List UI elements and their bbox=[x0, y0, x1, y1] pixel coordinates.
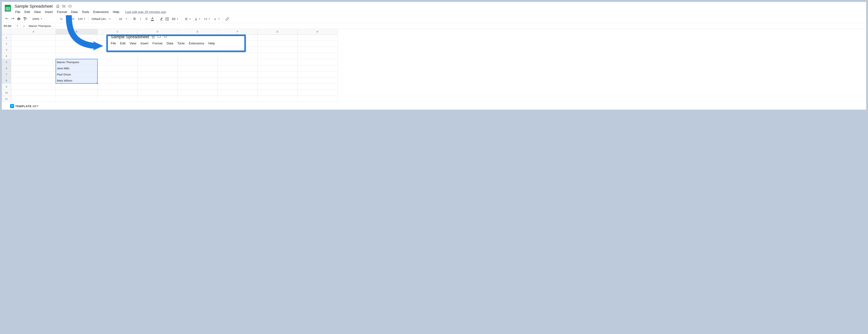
col-header-d[interactable]: D bbox=[137, 29, 178, 35]
number-format-dropdown[interactable]: 123▼ bbox=[76, 17, 87, 21]
cell-b6[interactable]: Jane Mills bbox=[56, 65, 98, 71]
cell[interactable] bbox=[178, 96, 218, 102]
row-header[interactable]: 9 bbox=[2, 84, 11, 90]
menu-insert[interactable]: Insert bbox=[43, 9, 55, 15]
formula-input[interactable]: Marvin Thompson bbox=[28, 24, 866, 28]
cell-b8[interactable]: Mary Wilson bbox=[56, 77, 98, 84]
cell[interactable] bbox=[11, 65, 56, 71]
zoom-dropdown[interactable]: 100%▼ bbox=[31, 17, 44, 21]
cell[interactable] bbox=[257, 41, 298, 47]
cell[interactable] bbox=[178, 77, 218, 84]
cell[interactable] bbox=[298, 96, 338, 102]
star-icon[interactable] bbox=[56, 4, 60, 8]
cell[interactable] bbox=[178, 84, 218, 90]
decrease-decimal-button[interactable]: .0↓ bbox=[64, 16, 70, 22]
row-header[interactable]: 3 bbox=[2, 47, 11, 53]
sheets-logo-icon[interactable] bbox=[4, 4, 11, 12]
menu-help[interactable]: Help bbox=[111, 9, 121, 15]
row-header[interactable]: 7 bbox=[2, 71, 11, 77]
cell[interactable] bbox=[11, 90, 56, 96]
cell[interactable] bbox=[98, 77, 137, 84]
cell[interactable] bbox=[56, 47, 98, 53]
cell[interactable] bbox=[137, 65, 178, 71]
cell[interactable] bbox=[56, 53, 98, 59]
cell[interactable] bbox=[257, 71, 298, 77]
cell[interactable] bbox=[98, 59, 137, 65]
col-header-c[interactable]: C bbox=[98, 29, 137, 35]
cell[interactable] bbox=[257, 65, 298, 71]
cell[interactable] bbox=[178, 65, 218, 71]
cell[interactable] bbox=[298, 65, 338, 71]
menu-format[interactable]: Format bbox=[55, 9, 69, 15]
row-header[interactable]: 4 bbox=[2, 53, 11, 59]
paint-format-icon[interactable] bbox=[22, 16, 28, 22]
name-box[interactable]: B5:B8▼ bbox=[2, 23, 21, 29]
fill-color-button[interactable] bbox=[158, 16, 164, 22]
cell[interactable] bbox=[11, 47, 56, 53]
cell[interactable] bbox=[56, 41, 98, 47]
col-header-f[interactable]: F bbox=[218, 29, 257, 35]
row-header[interactable]: 5 bbox=[2, 59, 11, 65]
row-header[interactable]: 6 bbox=[2, 65, 11, 71]
cell[interactable] bbox=[257, 90, 298, 96]
redo-icon[interactable] bbox=[10, 16, 16, 22]
cloud-icon[interactable] bbox=[68, 4, 72, 8]
menu-data[interactable]: Data bbox=[69, 9, 80, 15]
cell[interactable] bbox=[257, 77, 298, 84]
menu-tools[interactable]: Tools bbox=[80, 9, 91, 15]
halign-dropdown[interactable]: ▼ bbox=[183, 17, 192, 21]
cell[interactable] bbox=[98, 53, 137, 59]
cell[interactable] bbox=[218, 96, 257, 102]
row-header[interactable]: 11 bbox=[2, 96, 11, 102]
select-all-corner[interactable] bbox=[2, 29, 11, 35]
cell[interactable] bbox=[298, 71, 338, 77]
wrap-dropdown[interactable]: ▼ bbox=[203, 17, 212, 21]
cell[interactable] bbox=[257, 59, 298, 65]
cell[interactable] bbox=[11, 41, 56, 47]
cell[interactable] bbox=[218, 71, 257, 77]
valign-dropdown[interactable]: ▼ bbox=[193, 17, 202, 21]
cell-b5[interactable]: Marvin Thompson bbox=[56, 59, 98, 65]
undo-icon[interactable] bbox=[4, 16, 10, 22]
cell[interactable] bbox=[137, 71, 178, 77]
percent-format-button[interactable]: % bbox=[58, 16, 64, 22]
col-header-a[interactable]: A bbox=[11, 29, 56, 35]
merge-dropdown[interactable]: ▼ bbox=[170, 17, 180, 21]
cell[interactable] bbox=[11, 59, 56, 65]
cell[interactable] bbox=[137, 84, 178, 90]
cell-b7[interactable]: Paul Orson bbox=[56, 71, 98, 77]
cell[interactable] bbox=[178, 71, 218, 77]
row-header[interactable]: 8 bbox=[2, 77, 11, 84]
cell[interactable] bbox=[11, 96, 56, 102]
font-dropdown[interactable]: Default (Ari...▼ bbox=[90, 17, 114, 21]
col-header-b[interactable]: B bbox=[56, 29, 98, 35]
cell[interactable] bbox=[178, 59, 218, 65]
borders-button[interactable] bbox=[164, 16, 170, 22]
cell[interactable] bbox=[298, 84, 338, 90]
cell[interactable] bbox=[257, 53, 298, 59]
last-edit-link[interactable]: Last edit was 29 minutes ago bbox=[125, 10, 166, 14]
cell[interactable] bbox=[137, 53, 178, 59]
cell[interactable] bbox=[11, 84, 56, 90]
cell[interactable] bbox=[11, 53, 56, 59]
link-icon[interactable] bbox=[224, 16, 230, 22]
cell[interactable] bbox=[257, 96, 298, 102]
rotate-dropdown[interactable]: A▼ bbox=[212, 17, 221, 21]
cell[interactable] bbox=[298, 41, 338, 47]
bold-button[interactable]: B bbox=[132, 16, 137, 22]
cell[interactable] bbox=[137, 96, 178, 102]
cell[interactable] bbox=[257, 84, 298, 90]
cell[interactable] bbox=[218, 84, 257, 90]
cell[interactable] bbox=[56, 35, 98, 41]
cell[interactable] bbox=[98, 71, 137, 77]
font-size-dropdown[interactable]: 10▼ bbox=[118, 17, 129, 21]
cell[interactable] bbox=[11, 35, 56, 41]
cell[interactable] bbox=[56, 90, 98, 96]
cell[interactable] bbox=[98, 90, 137, 96]
strikethrough-button[interactable]: S bbox=[144, 16, 149, 22]
cell[interactable] bbox=[137, 77, 178, 84]
cell[interactable] bbox=[298, 59, 338, 65]
cell[interactable] bbox=[218, 65, 257, 71]
text-color-button[interactable]: A bbox=[150, 16, 155, 22]
cell[interactable] bbox=[11, 77, 56, 84]
